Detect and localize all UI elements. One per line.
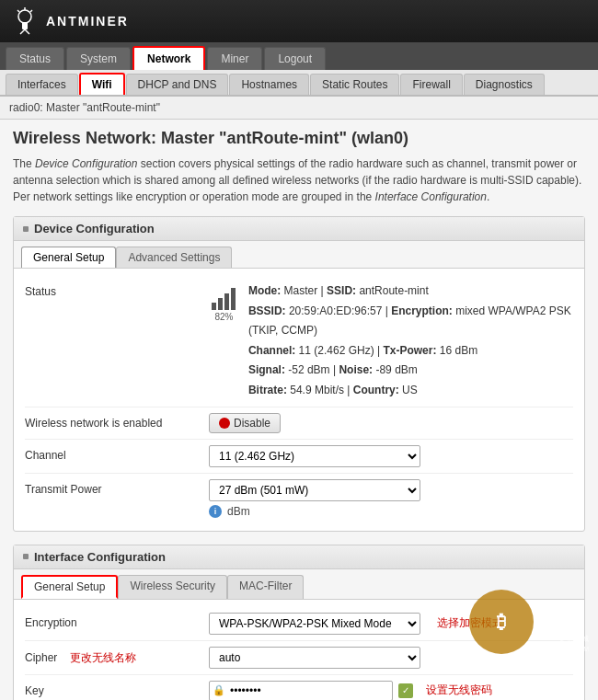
page-description: The Device Configuration section covers … [13,155,585,205]
sub-nav: Interfaces Wifi DHCP and DNS Hostnames S… [0,70,598,97]
status-info-text: Mode: Master | SSID: antRoute-mint BSSID… [248,281,573,401]
breadcrumb: radio0: Master "antRoute-mint" [0,97,598,120]
dbm-row: i dBm [209,505,573,518]
main-nav: Status System Network Miner Logout [0,42,598,70]
sub-tab-wifi[interactable]: Wifi [79,73,125,95]
cipher-label: Cipher 更改无线名称 [25,647,209,666]
key-label: Key [25,681,209,697]
channel-control: 11 (2.462 GHz) 1 (2.412 GHz) 6 (2.437 GH… [209,445,573,467]
encryption-select[interactable]: WPA-PSK/WPA2-PSK Mixed Mode No Encryptio… [209,613,420,635]
cipher-hint: 更改无线名称 [70,651,136,664]
svg-line-2 [17,10,19,12]
bar1 [212,303,216,310]
key-input[interactable] [209,681,393,700]
sub-tab-dhcp[interactable]: DHCP and DNS [126,74,229,95]
wifi-bars [212,288,236,310]
signal-icon: 82% [209,281,239,327]
device-config-section: Device Configuration General Setup Advan… [13,216,585,532]
encryption-label: Encryption [25,613,209,629]
wireless-enabled-label: Wireless network is enabled [25,413,209,430]
cipher-select[interactable]: auto CCMP (AES) TKIP TKIP+CCMP [209,647,420,669]
status-label: Status [25,281,209,298]
status-signal-line: Signal: -52 dBm | Noise: -89 dBm [248,361,573,381]
wireless-enabled-row: Wireless network is enabled Disable [25,407,573,440]
svg-rect-4 [22,22,28,29]
svg-point-0 [18,10,31,23]
sub-tab-interfaces[interactable]: Interfaces [6,74,78,95]
svg-line-3 [30,10,32,12]
key-input-wrap: 🔒 [209,681,393,700]
tab-general-setup-iface[interactable]: General Setup [21,575,118,599]
info-icon: i [209,505,222,518]
key-input-row: 🔒 ✓ 设置无线密码 [209,681,573,700]
transmit-power-select[interactable]: 27 dBm (501 mW) 20 dBm (100 mW) 17 dBm (… [209,479,420,501]
tab-general-setup-device[interactable]: General Setup [21,247,116,268]
disable-button[interactable]: Disable [209,413,281,433]
sub-tab-hostnames[interactable]: Hostnames [229,74,309,95]
device-config-tabs: General Setup Advanced Settings [14,241,584,269]
channel-label: Channel [25,445,209,462]
watermark-text: 矿机商城 BEIBITCOIN.COM [535,635,589,654]
status-value: 82% Mode: Master | SSID: antRoute-mint B… [209,281,573,401]
channel-row: Channel 11 (2.462 GHz) 1 (2.412 GHz) 6 (… [25,440,573,474]
bar2 [218,298,223,310]
logo: ANTMINER [11,7,129,35]
nav-tab-system[interactable]: System [66,47,131,70]
device-config-header: Device Configuration [14,217,584,241]
app-header: ANTMINER [0,0,598,42]
nav-tab-network[interactable]: Network [132,46,205,70]
lock-icon: 🔒 [213,684,225,696]
watermark-circle: ₿ [469,590,534,654]
tab-advanced-settings[interactable]: Advanced Settings [116,247,232,268]
key-hint: 设置无线密码 [426,683,492,698]
bar3 [224,293,229,310]
svg-line-5 [20,29,25,34]
watermark: ₿ 矿机商城 BEIBITCOIN.COM [469,590,589,654]
status-mode-line: Mode: Master | SSID: antRoute-mint [248,281,573,302]
tab-wireless-security[interactable]: Wireless Security [118,575,227,599]
transmit-power-row: Transmit Power 27 dBm (501 mW) 20 dBm (1… [25,474,573,523]
sub-tab-diagnostics[interactable]: Diagnostics [464,74,545,95]
antminer-logo-icon [11,7,39,35]
nav-tab-miner[interactable]: Miner [207,47,262,70]
key-control: 🔒 ✓ 设置无线密码 [209,681,573,700]
status-bitrate-line: Bitrate: 54.9 Mbit/s | Country: US [248,381,573,401]
status-bssid-line: BSSID: 20:59:A0:ED:96:57 | Encryption: m… [248,302,573,341]
sub-tab-static-routes[interactable]: Static Routes [310,74,399,95]
tab-mac-filter[interactable]: MAC-Filter [227,575,304,599]
header-title: ANTMINER [46,14,129,29]
nav-tab-status[interactable]: Status [6,47,64,70]
page-title: Wireless Network: Master "antRoute-mint"… [13,129,585,148]
signal-pct: 82% [214,312,233,322]
status-row: Status 82% Mode [25,276,573,407]
desc-device-config-em: Device Configuration [35,157,137,170]
device-config-form: Status 82% Mode [14,269,584,531]
bar4 [231,288,236,310]
desc-iface-config-em: Interface Configuration [375,190,487,203]
interface-config-header: Interface Configuration [14,545,584,569]
status-channel-line: Channel: 11 (2.462 GHz) | Tx-Power: 16 d… [248,341,573,361]
nav-tab-logout[interactable]: Logout [264,47,326,70]
red-circle-icon [219,418,230,429]
channel-select[interactable]: 11 (2.462 GHz) 1 (2.412 GHz) 6 (2.437 GH… [209,445,420,467]
key-action-icon[interactable]: ✓ [398,683,413,698]
status-block: 82% Mode: Master | SSID: antRoute-mint B… [209,281,573,401]
sub-tab-firewall[interactable]: Firewall [400,74,462,95]
key-row: Key 🔒 ✓ 设置无线密码 [25,675,573,700]
transmit-power-label: Transmit Power [25,479,209,496]
wireless-enabled-control: Disable [209,413,573,433]
svg-line-6 [25,29,29,34]
transmit-power-control: 27 dBm (501 mW) 20 dBm (100 mW) 17 dBm (… [209,479,573,518]
